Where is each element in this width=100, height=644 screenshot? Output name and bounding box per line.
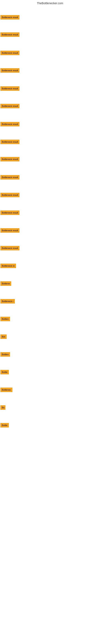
bottleneck-item-1[interactable]: Bottleneck result <box>0 15 19 20</box>
bottleneck-item-8[interactable]: Bottleneck result <box>0 140 19 144</box>
bottleneck-item-22[interactable]: Bottlenec <box>0 388 12 392</box>
items-container: Bottleneck resultBottleneck resultBottle… <box>0 6 100 640</box>
bottleneck-item-14[interactable]: Bottleneck result <box>0 246 19 250</box>
bottleneck-item-24[interactable]: Bottle <box>0 423 9 428</box>
bottleneck-item-6[interactable]: Bottleneck result <box>0 104 19 108</box>
bottleneck-item-11[interactable]: Bottleneck result <box>0 193 19 197</box>
bottleneck-item-2[interactable]: Bottleneck result <box>0 32 19 37</box>
bottleneck-item-17[interactable]: Bottleneck r <box>0 299 15 304</box>
bottleneck-item-23[interactable]: Bo <box>0 405 5 410</box>
bottleneck-item-10[interactable]: Bottleneck result <box>0 175 19 180</box>
bottleneck-item-15[interactable]: Bottleneck re <box>0 264 16 268</box>
bottleneck-item-3[interactable]: Bottleneck result <box>0 51 19 55</box>
bottleneck-item-13[interactable]: Bottleneck result <box>0 228 19 233</box>
bottleneck-item-16[interactable]: Bottlene <box>0 281 11 286</box>
bottleneck-item-4[interactable]: Bottleneck result <box>0 68 19 73</box>
bottleneck-item-19[interactable]: Bot <box>0 334 7 339</box>
bottleneck-item-9[interactable]: Bottleneck result <box>0 157 19 162</box>
bottleneck-item-20[interactable]: Bottlen <box>0 352 10 356</box>
site-title: TheBottlenecker.com <box>0 0 100 6</box>
bottleneck-item-12[interactable]: Bottleneck result <box>0 210 19 215</box>
bottleneck-item-18[interactable]: Bottlen <box>0 317 10 321</box>
page-wrapper: TheBottlenecker.com Bottleneck resultBot… <box>0 0 100 644</box>
bottleneck-item-21[interactable]: Bottle <box>0 370 9 374</box>
bottleneck-item-5[interactable]: Bottleneck result <box>0 86 19 91</box>
bottleneck-item-7[interactable]: Bottleneck result <box>0 122 19 126</box>
